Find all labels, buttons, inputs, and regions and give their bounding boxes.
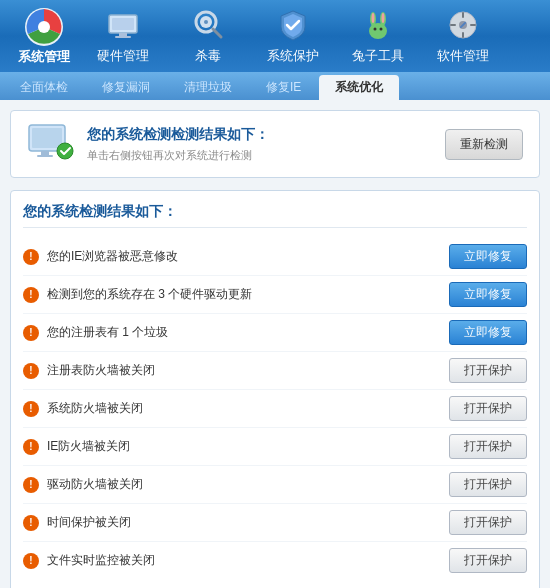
- warning-icon: !: [23, 477, 39, 493]
- svg-rect-5: [115, 36, 131, 38]
- tab-repair[interactable]: 修复漏洞: [86, 75, 166, 100]
- results-title: 您的系统检测结果如下：: [23, 203, 527, 228]
- nav-item-protect-label: 系统保护: [267, 47, 319, 65]
- warning-icon: !: [23, 553, 39, 569]
- warning-icon: !: [23, 363, 39, 379]
- svg-rect-26: [41, 151, 49, 155]
- table-row: !系统防火墙被关闭打开保护: [23, 390, 527, 428]
- protect-button[interactable]: 打开保护: [449, 358, 527, 383]
- hardware-icon: [105, 7, 141, 43]
- protect-icon: [275, 7, 311, 43]
- tab-bar: 全面体检 修复漏洞 清理垃圾 修复IE 系统优化: [0, 72, 550, 100]
- detection-title: 您的系统检测检测结果如下：: [87, 126, 269, 144]
- result-left: !系统防火墙被关闭: [23, 400, 449, 417]
- warning-icon: !: [23, 439, 39, 455]
- result-left: !文件实时监控被关闭: [23, 552, 449, 569]
- tab-repairIE[interactable]: 修复IE: [250, 75, 317, 100]
- protect-button[interactable]: 打开保护: [449, 396, 527, 421]
- nav-item-rabbit[interactable]: 兔子工具: [335, 0, 420, 72]
- tab-optimize[interactable]: 系统优化: [319, 75, 399, 100]
- svg-rect-3: [112, 18, 134, 30]
- svg-point-13: [371, 13, 374, 23]
- logo-icon: [23, 6, 65, 48]
- svg-rect-21: [450, 24, 456, 26]
- result-text: 您的注册表有 1 个垃圾: [47, 324, 168, 341]
- table-row: !IE防火墙被关闭打开保护: [23, 428, 527, 466]
- table-row: !检测到您的系统存在 3 个硬件驱动更新立即修复: [23, 276, 527, 314]
- warning-icon: !: [23, 287, 39, 303]
- svg-point-14: [381, 13, 384, 23]
- nav-logo[interactable]: 系统管理: [8, 6, 80, 66]
- detection-header: 您的系统检测检测结果如下： 单击右侧按钮再次对系统进行检测 重新检测: [10, 110, 540, 178]
- logo-label: 系统管理: [18, 48, 70, 66]
- detection-text: 您的系统检测检测结果如下： 单击右侧按钮再次对系统进行检测: [87, 126, 269, 163]
- main-content: 您的系统检测检测结果如下： 单击右侧按钮再次对系统进行检测 重新检测 您的系统检…: [0, 100, 550, 588]
- warning-icon: !: [23, 515, 39, 531]
- svg-rect-19: [462, 12, 464, 18]
- protect-button[interactable]: 打开保护: [449, 548, 527, 573]
- fix-button[interactable]: 立即修复: [449, 282, 527, 307]
- result-rows: !您的IE浏览器被恶意修改立即修复!检测到您的系统存在 3 个硬件驱动更新立即修…: [23, 238, 527, 579]
- detection-header-left: 您的系统检测检测结果如下： 单击右侧按钮再次对系统进行检测: [27, 123, 269, 165]
- kill-icon: [190, 7, 226, 43]
- result-left: !检测到您的系统存在 3 个硬件驱动更新: [23, 286, 449, 303]
- result-text: 时间保护被关闭: [47, 514, 131, 531]
- monitor-icon: [27, 123, 75, 165]
- table-row: !您的注册表有 1 个垃圾立即修复: [23, 314, 527, 352]
- nav-item-kill[interactable]: 杀毒: [165, 0, 250, 72]
- fix-button[interactable]: 立即修复: [449, 320, 527, 345]
- warning-icon: !: [23, 249, 39, 265]
- svg-point-28: [57, 143, 73, 159]
- results-section: 您的系统检测结果如下： !您的IE浏览器被恶意修改立即修复!检测到您的系统存在 …: [10, 190, 540, 588]
- detection-subtitle: 单击右侧按钮再次对系统进行检测: [87, 148, 269, 163]
- svg-rect-20: [462, 32, 464, 38]
- top-nav: 系统管理 硬件管理 杀毒 系统保护: [0, 0, 550, 72]
- result-text: 注册表防火墙被关闭: [47, 362, 155, 379]
- svg-rect-27: [37, 155, 53, 157]
- warning-icon: !: [23, 325, 39, 341]
- result-text: IE防火墙被关闭: [47, 438, 130, 455]
- tab-fullcheck[interactable]: 全面体检: [4, 75, 84, 100]
- result-text: 您的IE浏览器被恶意修改: [47, 248, 178, 265]
- recheck-button[interactable]: 重新检测: [445, 129, 523, 160]
- tab-clean[interactable]: 清理垃圾: [168, 75, 248, 100]
- fix-button[interactable]: 立即修复: [449, 244, 527, 269]
- nav-item-software-label: 软件管理: [437, 47, 489, 65]
- result-text: 系统防火墙被关闭: [47, 400, 143, 417]
- protect-button[interactable]: 打开保护: [449, 510, 527, 535]
- svg-rect-25: [32, 128, 62, 148]
- table-row: !文件实时监控被关闭打开保护: [23, 542, 527, 579]
- result-text: 检测到您的系统存在 3 个硬件驱动更新: [47, 286, 252, 303]
- result-text: 文件实时监控被关闭: [47, 552, 155, 569]
- result-left: !驱动防火墙被关闭: [23, 476, 449, 493]
- nav-item-hardware-label: 硬件管理: [97, 47, 149, 65]
- svg-line-8: [213, 29, 221, 37]
- rabbit-icon: [360, 7, 396, 43]
- result-left: !时间保护被关闭: [23, 514, 449, 531]
- table-row: !注册表防火墙被关闭打开保护: [23, 352, 527, 390]
- nav-item-kill-label: 杀毒: [195, 47, 221, 65]
- protect-button[interactable]: 打开保护: [449, 434, 527, 459]
- table-row: !驱动防火墙被关闭打开保护: [23, 466, 527, 504]
- nav-item-protect[interactable]: 系统保护: [250, 0, 335, 72]
- svg-point-1: [38, 21, 50, 33]
- result-left: !注册表防火墙被关闭: [23, 362, 449, 379]
- protect-button[interactable]: 打开保护: [449, 472, 527, 497]
- svg-point-9: [204, 20, 208, 24]
- nav-item-software[interactable]: 软件管理: [420, 0, 505, 72]
- nav-item-hardware[interactable]: 硬件管理: [80, 0, 165, 72]
- result-text: 驱动防火墙被关闭: [47, 476, 143, 493]
- result-left: !IE防火墙被关闭: [23, 438, 449, 455]
- result-left: !您的注册表有 1 个垃圾: [23, 324, 449, 341]
- svg-point-15: [373, 28, 376, 31]
- table-row: !时间保护被关闭打开保护: [23, 504, 527, 542]
- nav-item-rabbit-label: 兔子工具: [352, 47, 404, 65]
- warning-icon: !: [23, 401, 39, 417]
- svg-point-10: [369, 23, 387, 39]
- svg-rect-22: [470, 24, 476, 26]
- svg-rect-4: [119, 33, 127, 36]
- table-row: !您的IE浏览器被恶意修改立即修复: [23, 238, 527, 276]
- software-icon: [445, 7, 481, 43]
- svg-point-16: [379, 28, 382, 31]
- result-left: !您的IE浏览器被恶意修改: [23, 248, 449, 265]
